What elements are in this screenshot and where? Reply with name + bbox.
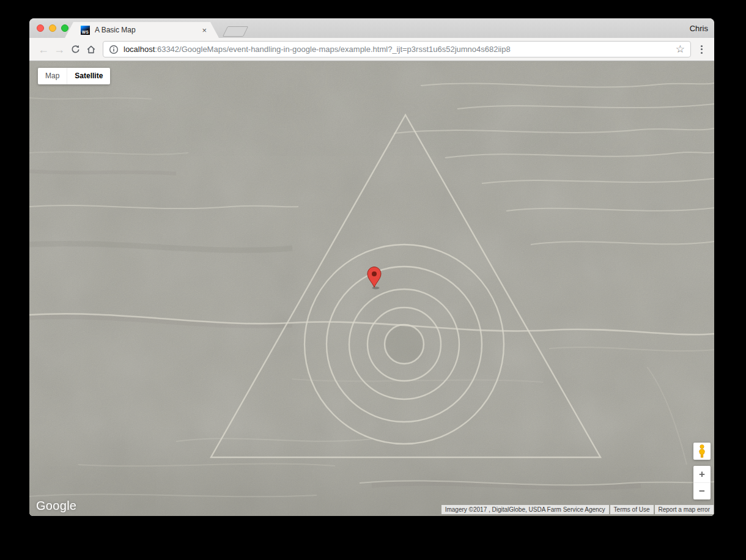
map-viewport: Map Satellite + − Google Imagery ©2017 ,… (29, 61, 714, 516)
menu-dot (701, 48, 703, 50)
geoglyph-center-patch (386, 326, 423, 363)
url-text: localhost:63342/GoogleMaps/event-handlin… (124, 45, 511, 54)
window-controls (37, 24, 68, 32)
pegman-button[interactable] (693, 443, 711, 460)
zoom-out-button[interactable]: − (693, 483, 711, 499)
pegman-icon (695, 444, 709, 459)
google-logo[interactable]: Google (36, 499, 76, 513)
bookmark-star-icon[interactable]: ☆ (676, 44, 685, 54)
tab-title: A Basic Map (95, 26, 202, 34)
map-type-map-button[interactable]: Map (38, 68, 67, 84)
attribution-bar: Imagery ©2017 , DigitalGlobe, USDA Farm … (440, 505, 714, 514)
url-path: :63342/GoogleMaps/event-handling-in-goog… (155, 45, 510, 54)
forward-arrow-icon: → (54, 44, 65, 55)
report-map-error-link[interactable]: Report a map error (655, 505, 714, 514)
back-arrow-icon: ← (38, 44, 49, 55)
terms-of-use-link[interactable]: Terms of Use (610, 505, 654, 514)
zoom-control: + − (693, 466, 711, 499)
fullscreen-window-button[interactable] (61, 24, 68, 32)
pin-dot (372, 271, 377, 276)
webstorm-favicon-icon: WS (81, 26, 90, 35)
browser-window: WS A Basic Map × Chris ← → (29, 18, 714, 516)
tab-a-basic-map[interactable]: WS A Basic Map × (65, 22, 219, 38)
reload-button[interactable] (67, 42, 83, 57)
minimize-window-button[interactable] (49, 24, 56, 32)
address-bar[interactable]: localhost:63342/GoogleMaps/event-handlin… (103, 41, 691, 57)
browser-toolbar: ← → localhost:63342/GoogleMaps/event-han… (29, 38, 714, 61)
forward-button[interactable]: → (51, 42, 67, 57)
back-button[interactable]: ← (35, 42, 51, 57)
browser-menu-button[interactable] (695, 42, 708, 57)
menu-dot (701, 52, 703, 54)
imagery-attribution: Imagery ©2017 , DigitalGlobe, USDA Farm … (441, 505, 609, 514)
terrain-shading (29, 428, 714, 516)
close-tab-icon[interactable]: × (202, 26, 207, 34)
new-tab-button[interactable] (223, 26, 248, 37)
page-info-icon[interactable] (109, 45, 119, 54)
map-type-control: Map Satellite (38, 68, 110, 84)
menu-dot (701, 45, 703, 47)
pin-shadow (372, 287, 380, 289)
reload-icon (70, 44, 81, 54)
close-window-button[interactable] (37, 24, 44, 32)
home-button[interactable] (83, 42, 99, 57)
url-host: localhost (124, 45, 155, 54)
home-icon (86, 44, 97, 55)
zoom-in-button[interactable]: + (693, 466, 711, 483)
profile-name[interactable]: Chris (690, 24, 708, 33)
tab-strip: WS A Basic Map × Chris (29, 18, 714, 38)
map-type-satellite-button[interactable]: Satellite (67, 68, 110, 84)
satellite-map-canvas[interactable] (29, 61, 714, 516)
